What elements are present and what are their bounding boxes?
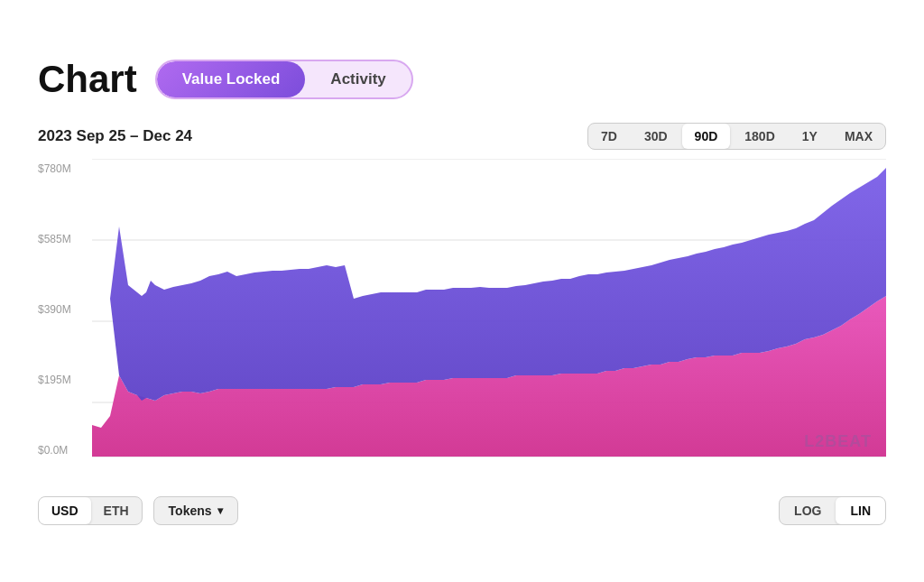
scale-buttons: LOG LIN <box>779 496 886 525</box>
currency-eth[interactable]: ETH <box>91 497 142 524</box>
chart-svg <box>92 159 886 484</box>
period-1y[interactable]: 1Y <box>790 124 830 149</box>
scale-lin[interactable]: LIN <box>836 497 885 524</box>
period-buttons-group: 7D 30D 90D 180D 1Y MAX <box>587 123 886 150</box>
tab-value-locked[interactable]: Value Locked <box>157 61 306 97</box>
y-label-780: $780M <box>38 162 92 175</box>
period-30d[interactable]: 30D <box>632 124 680 149</box>
y-label-195: $195M <box>38 374 92 386</box>
chart-area: $780M $585M $390M $195M $0.0M <box>38 159 886 484</box>
currency-buttons: USD ETH <box>38 496 143 525</box>
date-range-label: 2023 Sep 25 – Dec 24 <box>38 127 192 145</box>
tokens-dropdown-button[interactable]: Tokens ▾ <box>153 496 238 525</box>
tokens-label: Tokens <box>169 503 212 518</box>
y-label-585: $585M <box>38 233 92 245</box>
watermark-label: L2BEAT <box>804 432 872 451</box>
chevron-down-icon: ▾ <box>217 504 223 517</box>
currency-usd[interactable]: USD <box>39 497 91 524</box>
period-7d[interactable]: 7D <box>588 124 630 149</box>
y-label-390: $390M <box>38 303 92 316</box>
bottom-left-controls: USD ETH Tokens ▾ <box>38 496 238 525</box>
y-label-0: $0.0M <box>38 444 92 457</box>
page-title: Chart <box>38 58 137 101</box>
date-range-row: 2023 Sep 25 – Dec 24 7D 30D 90D 180D 1Y … <box>38 123 886 150</box>
chart-type-tabs: Value Locked Activity <box>155 60 413 99</box>
bottom-controls: USD ETH Tokens ▾ LOG LIN <box>38 496 886 525</box>
tab-activity[interactable]: Activity <box>305 61 411 97</box>
period-max[interactable]: MAX <box>832 124 885 149</box>
y-axis-labels: $780M $585M $390M $195M $0.0M <box>38 159 92 484</box>
period-90d[interactable]: 90D <box>682 124 731 149</box>
chart-svg-wrapper: L2BEAT <box>92 159 886 484</box>
header-row: Chart Value Locked Activity <box>38 58 886 101</box>
scale-log[interactable]: LOG <box>780 497 836 524</box>
main-container: Chart Value Locked Activity 2023 Sep 25 … <box>29 40 895 543</box>
period-180d[interactable]: 180D <box>732 124 787 149</box>
